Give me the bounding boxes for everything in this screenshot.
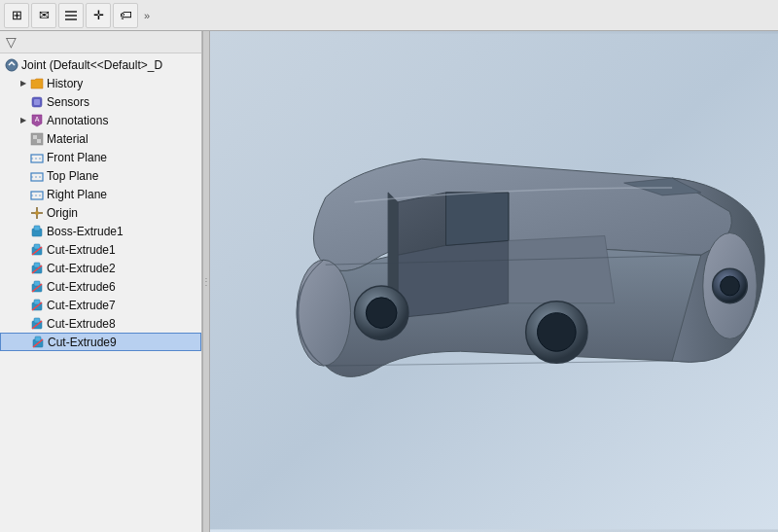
no-arrow	[18, 207, 29, 219]
tree-item-label: Cut-Extrude2	[47, 262, 116, 275]
cut-icon	[29, 316, 45, 332]
svg-point-43	[366, 298, 397, 329]
svg-rect-9	[37, 139, 41, 143]
tree-item-cut-extrude1[interactable]: Cut-Extrude1	[0, 240, 201, 259]
tree-item-label: Origin	[47, 206, 78, 220]
tree-root[interactable]: Joint (Default<<Default>_D	[0, 55, 201, 74]
tree-item-top-plane[interactable]: Top Plane	[0, 166, 201, 185]
svg-point-18	[35, 211, 39, 215]
svg-rect-1	[65, 15, 77, 17]
svg-rect-28	[34, 281, 40, 286]
tree-item-annotations[interactable]: ▶AAnnotations	[0, 111, 201, 129]
feature-tree: Joint (Default<<Default>_D ▶HistorySenso…	[0, 53, 201, 532]
plane-icon	[29, 187, 45, 202]
svg-rect-31	[34, 300, 40, 304]
cut-icon	[29, 279, 45, 295]
svg-rect-0	[65, 11, 77, 13]
no-arrow	[18, 133, 29, 145]
3d-model-svg	[210, 31, 778, 532]
cut-icon	[29, 298, 45, 313]
tree-item-right-plane[interactable]: Right Plane	[0, 185, 201, 203]
tree-item-label: Cut-Extrude7	[47, 299, 116, 312]
no-arrow	[18, 226, 29, 237]
svg-rect-5	[34, 99, 40, 105]
svg-rect-34	[34, 318, 40, 323]
no-arrow	[18, 281, 29, 293]
tree-item-origin[interactable]: Origin	[0, 203, 201, 222]
plus-tab[interactable]: ✛	[86, 3, 111, 28]
feature-tree-panel: ▽ Joint (Default<<Default>_D ▶HistorySen…	[0, 31, 202, 532]
no-arrow	[18, 170, 29, 182]
svg-rect-25	[34, 263, 40, 267]
tree-item-history[interactable]: ▶History	[0, 74, 201, 92]
tree-item-material[interactable]: Material	[0, 129, 201, 148]
expand-arrow[interactable]: ▶	[18, 115, 29, 126]
no-arrow	[18, 263, 29, 274]
tree-item-label: Cut-Extrude1	[47, 243, 116, 257]
cut-icon	[29, 242, 45, 258]
plane-icon	[29, 150, 45, 165]
cut-icon	[29, 261, 45, 276]
cut-icon	[30, 335, 46, 350]
root-label: Joint (Default<<Default>_D	[21, 58, 162, 72]
feature-tree-tab[interactable]: ⊞	[4, 3, 29, 28]
tree-item-cut-extrude6[interactable]: Cut-Extrude6	[0, 277, 201, 296]
panel-resize-handle[interactable]: ⋮	[202, 31, 210, 532]
tree-item-label: Boss-Extrude1	[47, 225, 124, 238]
more-button[interactable]: »	[140, 10, 154, 21]
3d-viewport[interactable]	[210, 31, 778, 532]
svg-rect-2	[65, 18, 77, 20]
tree-item-label: History	[47, 77, 83, 90]
filter-icon: ▽	[6, 34, 17, 50]
svg-rect-22	[34, 244, 40, 249]
tree-item-label: Front Plane	[47, 151, 107, 164]
tree-item-front-plane[interactable]: Front Plane	[0, 148, 201, 166]
tree-item-cut-extrude2[interactable]: Cut-Extrude2	[0, 259, 201, 277]
tree-item-boss-extrude1[interactable]: Boss-Extrude1	[0, 222, 201, 240]
property-manager-tab[interactable]: ✉	[31, 3, 56, 28]
toolbar: ⊞ ✉ ✛ 🏷 »	[0, 0, 778, 31]
tree-item-label: Cut-Extrude8	[47, 317, 116, 331]
svg-rect-37	[35, 337, 41, 341]
material-icon	[29, 131, 45, 147]
root-icon	[4, 57, 19, 73]
folder-icon	[29, 76, 45, 91]
tree-item-cut-extrude7[interactable]: Cut-Extrude7	[0, 296, 201, 314]
no-arrow	[18, 337, 30, 348]
sensor-icon	[29, 94, 45, 110]
tree-item-cut-extrude9[interactable]: Cut-Extrude9	[0, 333, 201, 351]
tree-item-label: Material	[47, 132, 88, 146]
svg-point-40	[297, 260, 350, 366]
origin-icon	[29, 205, 45, 221]
tree-item-label: Sensors	[47, 95, 89, 109]
no-arrow	[18, 318, 29, 330]
tree-items-container: ▶HistorySensors▶AAnnotationsMaterial Fro…	[0, 74, 201, 351]
filter-row: ▽	[0, 31, 201, 53]
no-arrow	[18, 96, 29, 108]
svg-rect-8	[33, 135, 37, 139]
tree-item-label: Cut-Extrude6	[47, 280, 116, 294]
svg-rect-20	[34, 226, 40, 231]
no-arrow	[18, 189, 29, 200]
no-arrow	[18, 152, 29, 163]
feature-icon	[29, 224, 45, 239]
tag-tab[interactable]: 🏷	[113, 3, 138, 28]
plane-icon	[29, 168, 45, 184]
expand-arrow[interactable]: ▶	[18, 78, 29, 89]
tree-item-sensors[interactable]: Sensors	[0, 92, 201, 111]
config-icon	[64, 9, 78, 22]
no-arrow	[18, 300, 29, 311]
tree-item-label: Annotations	[47, 114, 108, 127]
svg-point-45	[538, 313, 577, 352]
tree-item-cut-extrude8[interactable]: Cut-Extrude8	[0, 314, 201, 333]
main-area: ▽ Joint (Default<<Default>_D ▶HistorySen…	[0, 31, 778, 532]
tree-item-label: Right Plane	[47, 188, 107, 201]
annot-icon: A	[29, 113, 45, 128]
svg-point-47	[721, 276, 740, 296]
configuration-tab[interactable]	[58, 3, 84, 28]
svg-point-3	[6, 59, 18, 71]
no-arrow	[18, 244, 29, 256]
svg-text:A: A	[35, 116, 40, 123]
tree-item-label: Cut-Extrude9	[48, 336, 117, 349]
tree-item-label: Top Plane	[47, 169, 98, 183]
